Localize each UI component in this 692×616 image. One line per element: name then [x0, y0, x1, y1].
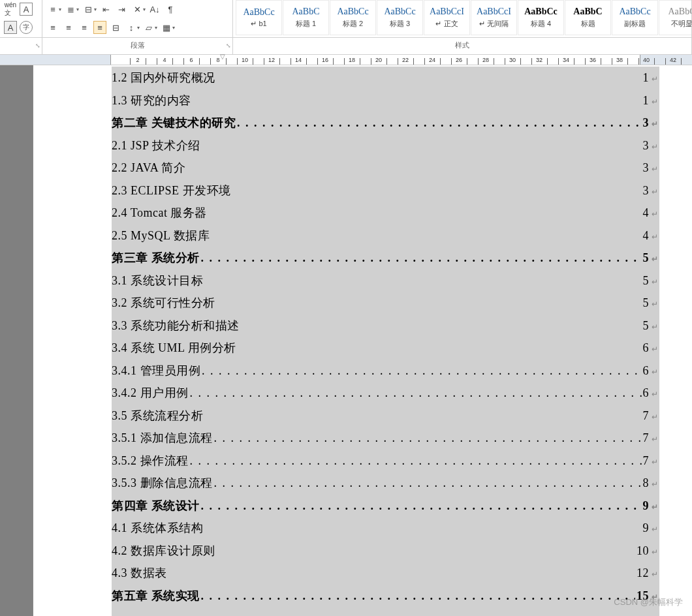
style-item-1[interactable]: AaBbC标题 1	[283, 0, 329, 35]
align-center-button[interactable]: ≡	[62, 21, 75, 34]
styles-group-label: 样式	[233, 38, 692, 54]
char-shading-icon[interactable]: A	[4, 21, 17, 34]
enclose-char-icon[interactable]: 字	[20, 21, 33, 34]
style-item-3[interactable]: AaBbCc标题 3	[377, 0, 423, 35]
style-item-5[interactable]: AaBbCcI↵ 无间隔	[471, 0, 517, 35]
increase-indent-button[interactable]: ⇥	[115, 3, 128, 16]
multilevel-list-button[interactable]: ⊟▾	[82, 3, 97, 16]
asian-layout-button[interactable]: ✕▾	[131, 3, 146, 16]
horizontal-ruler[interactable]: ▽ 24681012141618202224262830323436384042	[0, 55, 692, 65]
decrease-indent-button[interactable]: ⇤	[99, 3, 112, 16]
doc-gutter	[0, 65, 33, 616]
show-marks-button[interactable]: ¶	[164, 3, 177, 16]
toc-line[interactable]: 1.3 研究的内容. . . . . . . . . . . . . . . .…	[112, 89, 659, 112]
group-labels-row: ⤡ 段落⤡ 样式	[0, 38, 692, 55]
font-launcher-icon[interactable]: ⤡	[35, 38, 40, 53]
toc-line[interactable]: 3.5 系统流程分析. . . . . . . . . . . . . . . …	[112, 405, 659, 427]
sort-button[interactable]: A↓	[148, 3, 161, 16]
style-item-6[interactable]: AaBbCc标题 4	[518, 0, 564, 35]
toc-line[interactable]: 第四章 系统设计. . . . . . . . . . . . . . . . …	[112, 495, 659, 517]
distributed-button[interactable]: ⊟	[109, 21, 122, 34]
ruler-body: ▽ 24681012141618202224262830323436384042	[111, 55, 692, 65]
numbering-button[interactable]: ≣▾	[64, 3, 79, 16]
toc-line[interactable]: 3.4.1 管理员用例. . . . . . . . . . . . . . .…	[112, 360, 659, 382]
style-item-9[interactable]: AaBbC不明显	[659, 0, 692, 35]
toc-line[interactable]: 3.1 系统设计目标. . . . . . . . . . . . . . . …	[112, 270, 659, 292]
toc-line[interactable]: 2.5 MySQL 数据库. . . . . . . . . . . . . .…	[112, 224, 659, 247]
style-item-0[interactable]: AaBbCc↵ b1	[236, 0, 282, 35]
toc-line[interactable]: 3.4 系统 UML 用例分析. . . . . . . . . . . . .…	[112, 337, 659, 360]
shading-button[interactable]: ▱▾	[142, 21, 157, 34]
toc-line[interactable]: 2.1 JSP 技术介绍. . . . . . . . . . . . . . …	[112, 134, 659, 157]
align-left-button[interactable]: ≡	[46, 21, 59, 34]
page[interactable]: 1.2 国内外研究概况. . . . . . . . . . . . . . .…	[33, 65, 692, 616]
font-group: wén文 A A 字	[0, 0, 42, 37]
ribbon: wén文 A A 字 ≡▾ ≣▾ ⊟▾ ⇤ ⇥ ✕▾ A↓ ¶ ≡ ≡ ≡ ≡ …	[0, 0, 692, 38]
bullets-button[interactable]: ≡▾	[46, 3, 61, 16]
paragraph-launcher-icon[interactable]: ⤡	[226, 38, 231, 53]
toc-line[interactable]: 3.5.3 删除信息流程. . . . . . . . . . . . . . …	[112, 472, 659, 495]
style-item-2[interactable]: AaBbCc标题 2	[330, 0, 376, 35]
char-border-icon[interactable]: A	[20, 3, 33, 16]
indent-marker-icon[interactable]: ▽	[220, 53, 225, 60]
watermark: CSDN @朱幅科学	[614, 596, 683, 608]
phonetic-guide-icon[interactable]: wén文	[4, 3, 17, 16]
toc-line[interactable]: 4.2 数据库设计原则. . . . . . . . . . . . . . .…	[112, 540, 659, 562]
toc-line[interactable]: 2.3 ECLIPSE 开发环境. . . . . . . . . . . . …	[112, 179, 659, 202]
toc-line[interactable]: 第五章 系统实现. . . . . . . . . . . . . . . . …	[112, 585, 659, 608]
borders-button[interactable]: ▦▾	[160, 21, 175, 34]
toc-line[interactable]: 第二章 关键技术的研究. . . . . . . . . . . . . . .…	[112, 112, 659, 134]
paragraph-group-label: 段落⤡	[42, 38, 233, 54]
styles-group: AaBbCc↵ b1AaBbC标题 1AaBbCc标题 2AaBbCc标题 3A…	[233, 0, 692, 37]
toc-line[interactable]: 3.5.2 操作流程. . . . . . . . . . . . . . . …	[112, 450, 659, 472]
toc-line[interactable]: 1.2 国内外研究概况. . . . . . . . . . . . . . .…	[112, 67, 659, 89]
style-item-7[interactable]: AaBbC标题	[565, 0, 611, 35]
toc-line[interactable]: 3.2 系统可行性分析. . . . . . . . . . . . . . .…	[112, 292, 659, 315]
toc-line[interactable]: 3.3 系统功能分析和描述. . . . . . . . . . . . . .…	[112, 315, 659, 337]
toc-line[interactable]: 3.4.2 用户用例. . . . . . . . . . . . . . . …	[112, 382, 659, 405]
document-area: 1.2 国内外研究概况. . . . . . . . . . . . . . .…	[0, 65, 692, 616]
ruler-left-margin	[0, 55, 111, 65]
toc-line[interactable]: 4.1 系统体系结构. . . . . . . . . . . . . . . …	[112, 517, 659, 540]
style-item-8[interactable]: AaBbCc副标题	[612, 0, 658, 35]
style-item-4[interactable]: AaBbCcI↵ 正文	[424, 0, 470, 35]
align-right-button[interactable]: ≡	[78, 21, 91, 34]
toc-line[interactable]: 4.3 数据表. . . . . . . . . . . . . . . . .…	[112, 562, 659, 585]
toc-line[interactable]: 2.4 Tomcat 服务器. . . . . . . . . . . . . …	[112, 202, 659, 224]
paragraph-group: ≡▾ ≣▾ ⊟▾ ⇤ ⇥ ✕▾ A↓ ¶ ≡ ≡ ≡ ≡ ⊟ ↕▾ ▱▾ ▦▾	[42, 0, 233, 37]
toc-line[interactable]: 第三章 系统分析. . . . . . . . . . . . . . . . …	[112, 247, 659, 270]
page-content[interactable]: 1.2 国内外研究概况. . . . . . . . . . . . . . .…	[112, 67, 659, 616]
justify-button[interactable]: ≡	[93, 21, 106, 34]
line-spacing-button[interactable]: ↕▾	[125, 21, 140, 34]
font-group-label: ⤡	[0, 38, 42, 54]
toc-line[interactable]: 2.2 JAVA 简介. . . . . . . . . . . . . . .…	[112, 157, 659, 179]
toc-line[interactable]: 3.5.1 添加信息流程. . . . . . . . . . . . . . …	[112, 427, 659, 450]
